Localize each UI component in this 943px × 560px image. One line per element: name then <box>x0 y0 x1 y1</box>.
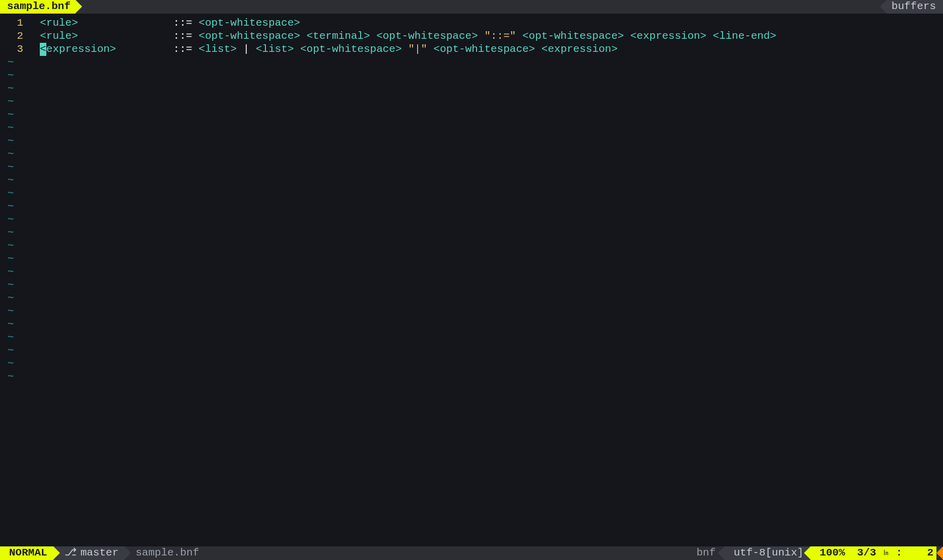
editor-area[interactable]: 1 <rule> ::= <opt-whitespace>2 <rule> ::… <box>0 14 943 546</box>
empty-line-tilde: ~ <box>0 148 943 161</box>
empty-line-tilde: ~ <box>0 134 943 148</box>
line-number: 2 <box>0 30 27 43</box>
code-token: <rule> <box>27 17 78 30</box>
code-token: <list> <opt-whitespace> <box>256 43 408 56</box>
empty-line-tilde: ~ <box>0 174 943 187</box>
code-token: ::= <box>116 43 198 56</box>
code-token: expression> <box>46 43 116 56</box>
code-token: | <box>237 43 256 56</box>
filename-segment: sample.bnf <box>124 546 690 560</box>
code-token: <rule> <box>27 30 78 43</box>
line-number-icon: ㏑ <box>883 549 890 558</box>
line-number: 1 <box>0 17 27 30</box>
percent-segment: 100% <box>811 546 851 560</box>
filetype-text: bnf <box>697 546 716 559</box>
empty-line-tilde: ~ <box>0 121 943 134</box>
code-content: <rule> ::= <opt-whitespace> <terminal> <… <box>27 30 776 43</box>
mode-text: NORMAL <box>9 546 47 559</box>
colon-text: : <box>896 546 903 559</box>
code-token: ::= <box>78 30 198 43</box>
empty-line-tilde: ~ <box>0 161 943 174</box>
git-branch-segment: ⎇ master <box>53 546 125 560</box>
empty-line-tilde: ~ <box>0 213 943 226</box>
empty-line-tilde: ~ <box>0 278 943 292</box>
code-line[interactable]: 2 <rule> ::= <opt-whitespace> <terminal>… <box>0 30 943 43</box>
line-total-text: 3/3 <box>857 546 877 559</box>
active-tab-label: sample.bnf <box>7 0 71 13</box>
buffers-label[interactable]: buffers <box>887 0 943 14</box>
empty-line-tilde: ~ <box>0 108 943 121</box>
filename-text: sample.bnf <box>136 546 199 559</box>
encoding-text: utf-8[unix] <box>733 546 803 559</box>
code-token: "|" <box>408 43 427 56</box>
empty-line-tilde: ~ <box>0 69 943 82</box>
code-token: <opt-whitespace> <expression> <line-end> <box>516 30 776 43</box>
empty-line-tilde: ~ <box>0 305 943 318</box>
code-token: <opt-whitespace> <terminal> <opt-whitesp… <box>198 30 484 43</box>
line-position-segment: 3/3 ㏑ : <box>851 546 909 560</box>
active-tab[interactable]: sample.bnf <box>0 0 76 14</box>
branch-icon: ⎇ <box>64 546 77 559</box>
buffers-label-text: buffers <box>892 0 936 13</box>
empty-line-tilde: ~ <box>0 292 943 305</box>
empty-line-tilde: ~ <box>0 331 943 344</box>
code-token <box>27 43 40 56</box>
tab-bar-left: sample.bnf <box>0 0 76 14</box>
percent-text: 100% <box>820 546 845 559</box>
empty-line-tilde: ~ <box>0 239 943 252</box>
tab-bar: sample.bnf buffers <box>0 0 943 14</box>
code-content: <rule> ::= <opt-whitespace> <box>27 17 300 30</box>
tab-bar-right: buffers <box>887 0 943 14</box>
encoding-segment: utf-8[unix] <box>724 546 811 560</box>
empty-line-tilde: ~ <box>0 56 943 69</box>
empty-line-tilde: ~ <box>0 370 943 383</box>
status-line: NORMAL ⎇ master sample.bnf bnf utf-8[uni… <box>0 546 943 560</box>
line-number: 3 <box>0 43 27 56</box>
empty-line-tilde: ~ <box>0 226 943 239</box>
code-token: ::= <box>78 17 198 30</box>
empty-line-tilde: ~ <box>0 357 943 370</box>
warning-triangle-icon <box>936 546 943 559</box>
code-token: "::=" <box>484 30 516 43</box>
cursor: < <box>40 43 46 56</box>
code-content: <expression> ::= <list> | <list> <opt-wh… <box>27 43 618 56</box>
empty-line-tilde: ~ <box>0 265 943 278</box>
branch-name: master <box>81 546 119 559</box>
empty-line-tilde: ~ <box>0 95 943 108</box>
code-token: <list> <box>198 43 237 56</box>
empty-line-tilde: ~ <box>0 318 943 331</box>
empty-line-tilde: ~ <box>0 200 943 213</box>
empty-line-tilde: ~ <box>0 252 943 265</box>
mode-indicator: NORMAL <box>0 546 53 560</box>
empty-line-tilde: ~ <box>0 344 943 357</box>
code-line[interactable]: 1 <rule> ::= <opt-whitespace> <box>0 17 943 30</box>
code-line[interactable]: 3 <expression> ::= <list> | <list> <opt-… <box>0 43 943 56</box>
code-token: <opt-whitespace> <box>198 17 300 30</box>
empty-line-tilde: ~ <box>0 187 943 200</box>
code-token: <opt-whitespace> <expression> <box>427 43 618 56</box>
column-segment: 2 <box>908 546 936 560</box>
column-text: 2 <box>927 546 933 559</box>
empty-line-tilde: ~ <box>0 82 943 95</box>
